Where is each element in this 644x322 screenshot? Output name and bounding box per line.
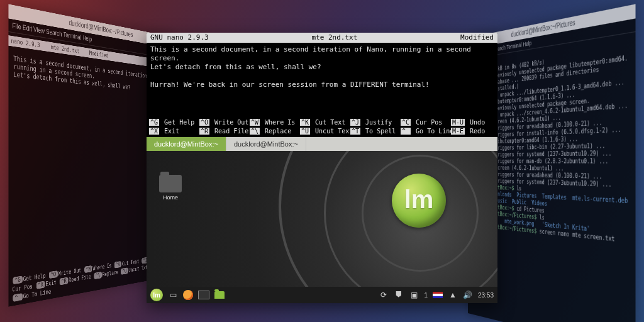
tray-update-icon[interactable]: ⟳ (379, 290, 389, 300)
clock[interactable]: 23:53 (478, 292, 494, 299)
taskbar: lm ▭ ⟳ ⛊ ▣ 1 ▲ 🔊 23:53 (147, 287, 497, 303)
nano-editor-window[interactable]: GNU nano 2.9.3 mte 2nd.txt Modified This… (147, 33, 497, 138)
tray-shield-icon[interactable]: ⛊ (394, 290, 404, 300)
firefox-icon[interactable] (183, 290, 193, 300)
mint-menu-button[interactable]: lm (150, 289, 163, 301)
tab-active[interactable]: ducklord@MintBox:~ (147, 137, 226, 151)
nano-status: Modified (460, 33, 494, 42)
network-icon[interactable]: ▲ (448, 290, 458, 300)
desktop-folder-home[interactable]: Home (159, 175, 182, 201)
show-desktop-icon[interactable]: ▭ (168, 290, 178, 300)
files-icon[interactable] (214, 291, 225, 299)
center-desktop: lm Home GNU nano 2.9.3 mte 2nd.txt Modif… (147, 33, 497, 303)
nano-filename: mte 2nd.txt (311, 33, 357, 42)
nano-app-name: GNU nano 2.9.3 (150, 33, 209, 42)
tray-display-icon[interactable]: ▣ (409, 290, 419, 300)
flag-icon[interactable] (433, 292, 443, 298)
volume-icon[interactable]: 🔊 (463, 290, 473, 300)
terminal-tabs: ducklord@MintBox:~ ducklord@MintBox:~ (147, 137, 497, 151)
terminal-icon[interactable] (198, 291, 209, 299)
nano-shortcut-bar: ^G Get Help^O Write Out^W Where Is^K Cut… (147, 117, 497, 137)
nano-text-area[interactable]: This is a second document, in a second i… (147, 43, 497, 92)
mint-logo-icon: lm (392, 174, 446, 228)
folder-icon (159, 175, 182, 192)
tab-inactive[interactable]: ducklord@MintBox:~ (226, 137, 306, 151)
keyboard-layout-indicator[interactable]: 1 (424, 292, 428, 299)
nano-titlebar: GNU nano 2.9.3 mte 2nd.txt Modified (147, 33, 497, 43)
